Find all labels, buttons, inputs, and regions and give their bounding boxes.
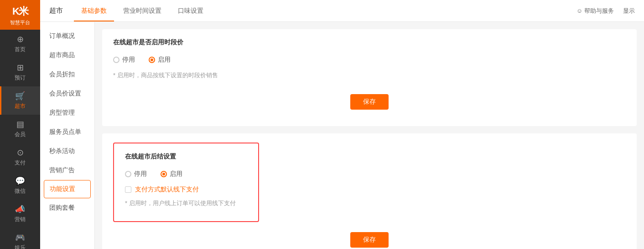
sidebar-label-home: 首页 (15, 46, 26, 53)
help-link[interactable]: ☺ 帮助与服务 (576, 7, 614, 15)
sidebar-label-member: 会员 (15, 131, 26, 138)
content-area: 在线超市是否启用时段价 停用 启用 * 启用时，商品按线下设置的时段价销售 保存 (95, 22, 644, 249)
section2-save-button[interactable]: 保存 (350, 232, 389, 248)
payment-icon: ⊙ (17, 148, 24, 158)
logo: K米 智慧平台 (0, 0, 40, 30)
submenu-products[interactable]: 超市商品 (40, 46, 94, 65)
submenu-staff[interactable]: 服务员点单 (40, 122, 94, 142)
section1-save-button[interactable]: 保存 (350, 94, 389, 110)
section2-title: 在线超市后结设置 (125, 153, 247, 161)
submenu-group[interactable]: 团购套餐 (40, 198, 94, 217)
section1-radio-group: 停用 启用 (113, 56, 626, 64)
submenu-function[interactable]: 功能设置 (44, 180, 91, 198)
help-text: 帮助与服务 (584, 7, 614, 15)
smiley-icon: ☺ (576, 7, 582, 14)
section2-radio-group: 停用 启用 (125, 170, 247, 178)
section1-card: 在线超市是否启用时段价 停用 启用 * 启用时，商品按线下设置的时段价销售 保存 (102, 29, 637, 126)
section2-save-row: 保存 (113, 222, 626, 249)
section2-checkbox-item[interactable]: 支付方式默认线下支付 (125, 185, 247, 194)
top-nav: 超市 基础参数 营业时间设置 口味设置 ☺ 帮助与服务 显示 (40, 0, 644, 22)
booking-icon: ⊞ (17, 63, 24, 73)
sidebar-label-payment: 支付 (15, 159, 26, 167)
sidebar-item-booking[interactable]: ⊞ 预订 (0, 58, 40, 86)
sub-menu: 订单概况 超市商品 会员折扣 会员价设置 房型管理 服务员点单 秒杀活动 营销广… (40, 22, 95, 249)
sidebar-item-home[interactable]: ⊕ 首页 (0, 30, 40, 58)
sidebar: K米 智慧平台 ⊕ 首页 ⊞ 预订 🛒 超市 ▤ 会员 ⊙ 支付 💬 微信 📣 … (0, 0, 40, 249)
top-nav-right: ☺ 帮助与服务 显示 (576, 7, 635, 15)
submenu-room[interactable]: 房型管理 (40, 103, 94, 122)
sidebar-item-wechat[interactable]: 💬 微信 (0, 171, 40, 200)
section1-radio-disable[interactable]: 停用 (113, 56, 135, 64)
section2-hint: * 启用时，用户线上订单可以使用线下支付 (125, 199, 247, 207)
sidebar-label-entertainment: 娱乐 (15, 244, 26, 249)
tab-taste[interactable]: 口味设置 (171, 0, 211, 21)
section2-radio-disable[interactable]: 停用 (125, 170, 147, 178)
sidebar-label-marketing: 营销 (15, 216, 26, 223)
top-nav-left: 超市 基础参数 营业时间设置 口味设置 (49, 0, 211, 21)
section1-disable-circle (113, 57, 119, 63)
wechat-icon: 💬 (15, 176, 25, 186)
section1-enable-circle (149, 57, 155, 63)
section2-disable-circle (125, 171, 131, 177)
section2-radio-enable[interactable]: 启用 (161, 170, 182, 178)
submenu-orders[interactable]: 订单概况 (40, 26, 94, 46)
section2-enable-label: 启用 (170, 170, 182, 178)
sidebar-item-supermarket[interactable]: 🛒 超市 (0, 86, 40, 115)
sidebar-item-payment[interactable]: ⊙ 支付 (0, 143, 40, 171)
member-icon: ▤ (16, 119, 24, 129)
logo-text: 智慧平台 (10, 19, 30, 26)
section2-checkbox-label: 支付方式默认线下支付 (135, 185, 199, 194)
submenu-ads[interactable]: 营销广告 (40, 161, 94, 180)
submenu-discount[interactable]: 会员折扣 (40, 65, 94, 84)
display-link[interactable]: 显示 (623, 7, 635, 15)
section2-card: 在线超市后结设置 停用 启用 支付方式默认线下支付 (113, 143, 259, 222)
sidebar-label-wechat: 微信 (15, 187, 26, 195)
tab-basic[interactable]: 基础参数 (74, 0, 114, 21)
main-area: 超市 基础参数 营业时间设置 口味设置 ☺ 帮助与服务 显示 订单概况 超市商品… (40, 0, 644, 249)
tab-hours[interactable]: 营业时间设置 (116, 0, 169, 21)
section1-enable-label: 启用 (158, 56, 171, 64)
submenu-flash[interactable]: 秒杀活动 (40, 142, 94, 161)
section2-disable-label: 停用 (134, 170, 147, 178)
section2-enable-circle (161, 171, 167, 177)
logo-icon: K米 (12, 5, 28, 18)
section1-disable-label: 停用 (122, 56, 135, 64)
submenu-member-price[interactable]: 会员价设置 (40, 84, 94, 103)
sidebar-item-marketing[interactable]: 📣 营销 (0, 200, 40, 228)
layout-body: 订单概况 超市商品 会员折扣 会员价设置 房型管理 服务员点单 秒杀活动 营销广… (40, 22, 644, 249)
section2-wrapper: 在线超市后结设置 停用 启用 支付方式默认线下支付 (102, 133, 637, 249)
entertainment-icon: 🎮 (15, 233, 25, 243)
supermarket-icon: 🛒 (15, 91, 25, 101)
section1-radio-enable[interactable]: 启用 (149, 56, 171, 64)
section1-hint: * 启用时，商品按线下设置的时段价销售 (113, 71, 626, 79)
section1-title: 在线超市是否启用时段价 (113, 38, 626, 47)
top-nav-title: 超市 (49, 6, 63, 15)
section2-checkbox (125, 186, 131, 193)
sidebar-label-supermarket: 超市 (15, 102, 26, 110)
section1-save-row: 保存 (113, 84, 626, 115)
home-icon: ⊕ (17, 34, 24, 44)
sidebar-item-entertainment[interactable]: 🎮 娱乐 (0, 228, 40, 249)
sidebar-label-booking: 预订 (15, 74, 26, 82)
sidebar-item-member[interactable]: ▤ 会员 (0, 115, 40, 143)
marketing-icon: 📣 (15, 204, 25, 214)
